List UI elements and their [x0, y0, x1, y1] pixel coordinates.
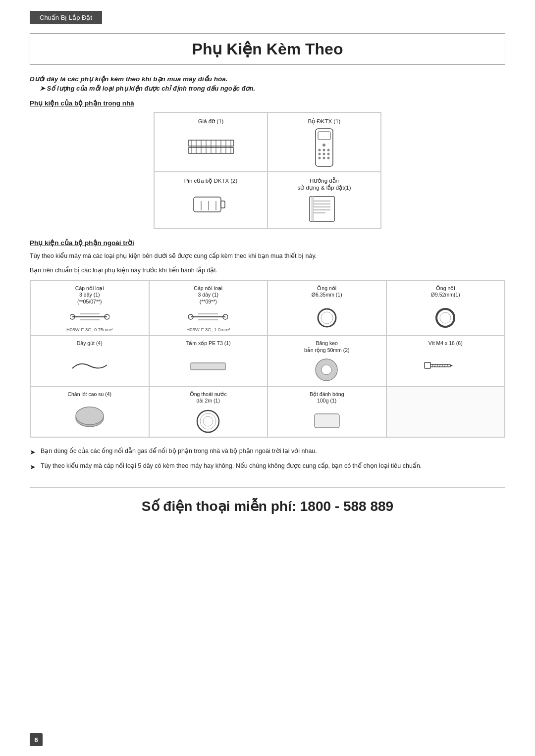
outdoor-label-9: Ống thoát nướcdài 2m (1): [190, 391, 227, 404]
outdoor-item-2: Ống nốiØ6.35mm (1): [268, 281, 386, 336]
indoor-image-1: [311, 128, 338, 167]
page-container: Chuẩn Bị Lắp Đặt Phụ Kiện Kèm Theo Dưới …: [0, 0, 535, 756]
page-number: 6: [30, 733, 43, 746]
outdoor-label-5: Tấm xốp PE T3 (1): [186, 340, 231, 347]
svg-point-66: [200, 413, 216, 429]
indoor-label-0: Giá đỡ (1): [198, 118, 224, 125]
svg-rect-23: [194, 197, 221, 212]
outdoor-desc2: Bạn nên chuẩn bị các loại phụ kiện này t…: [30, 266, 505, 275]
svg-point-21: [323, 157, 325, 159]
svg-point-17: [319, 153, 321, 155]
svg-point-45: [318, 309, 336, 327]
breadcrumb: Chuẩn Bị Lắp Đặt: [30, 11, 102, 24]
svg-point-51: [321, 365, 331, 375]
outdoor-grid: Cáp nối loại3 dây (1)(**05/07**) H05W-F …: [30, 280, 505, 438]
svg-rect-34: [312, 197, 314, 221]
indoor-item-2: Pin của bộ ĐKTX (2): [154, 172, 268, 228]
arrow-icon-0: ➤: [30, 447, 36, 457]
indoor-label-1: Bộ ĐKTX (1): [308, 118, 341, 125]
outdoor-item-6: Băng keobản rộng 50mm (2): [268, 336, 386, 386]
content-area: Dưới đây là các phụ kiện kèm theo khi bạ…: [30, 65, 505, 472]
outdoor-label-6: Băng keobản rộng 50mm (2): [304, 340, 350, 353]
outdoor-image-0: [70, 307, 109, 327]
outdoor-image-10: [310, 406, 344, 434]
svg-point-16: [327, 149, 330, 151]
outdoor-item-1: Cáp nối loại3 dây (1)(**09**) H05W-F 3G,…: [149, 281, 268, 336]
svg-point-67: [203, 416, 213, 426]
phone-number: Số điện thoại miễn phí: 1800 - 588 889: [142, 499, 393, 514]
footer-note-text-1: Tùy theo kiểu máy mà cáp nối loại 5 dây …: [41, 461, 422, 471]
outdoor-item-0: Cáp nối loại3 dây (1)(**05/07**) H05W-F …: [30, 281, 149, 336]
footer-note-0: ➤ Bạn dùng ốc của các ống nối dẫn gas để…: [30, 447, 505, 457]
outdoor-item-5: Tấm xốp PE T3 (1): [149, 336, 268, 386]
outdoor-image-1: [188, 307, 228, 327]
footer-notes: ➤ Bạn dùng ốc của các ống nối dẫn gas để…: [30, 447, 505, 472]
outdoor-label-4: Dây gút (4): [77, 340, 103, 347]
svg-point-20: [319, 157, 321, 159]
svg-marker-62: [450, 364, 453, 367]
phone-section: Số điện thoại miễn phí: 1800 - 588 889: [30, 487, 505, 514]
indoor-grid: Giá đỡ (1): [154, 112, 381, 229]
outdoor-item-4: Dây gút (4): [30, 336, 149, 386]
indoor-label-3: Hướng dẫn sử dụng & lắp đặt(1): [298, 177, 351, 191]
indoor-image-3: [306, 194, 343, 224]
outdoor-image-6: [313, 356, 340, 383]
footer-note-text-0: Bạn dùng ốc của các ống nối dẫn gas để n…: [41, 447, 317, 456]
svg-point-18: [323, 153, 325, 155]
outdoor-label-0: Cáp nối loại3 dây (1)(**05/07**): [75, 285, 104, 305]
outdoor-item-8: Chân lót cao su (4): [30, 387, 149, 437]
indoor-item-0: Giá đỡ (1): [154, 112, 268, 172]
outdoor-label-2: Ống nốiØ6.35mm (1): [312, 285, 342, 299]
outdoor-image-5: [188, 349, 228, 383]
svg-rect-52: [425, 362, 430, 368]
svg-point-22: [327, 157, 330, 159]
indoor-image-2: [191, 187, 231, 224]
indoor-item-3: Hướng dẫn sử dụng & lắp đặt(1): [268, 172, 381, 228]
outdoor-sublabel-0: H05W-F 3G, 0.75mm²: [66, 327, 112, 332]
footer-note-1: ➤ Tùy theo kiểu máy mà cáp nối loại 5 dâ…: [30, 461, 505, 472]
svg-point-46: [321, 312, 333, 324]
outdoor-image-8: [72, 400, 107, 434]
indoor-image-0: [186, 128, 236, 167]
outdoor-item-9: Ống thoát nướcdài 2m (1): [149, 387, 268, 437]
svg-point-19: [327, 153, 330, 155]
outdoor-image-3: [430, 301, 460, 333]
svg-rect-12: [318, 132, 330, 140]
outdoor-image-7: [423, 349, 468, 383]
intro-line2: ➤ Số lượng của mỗi loại phụ kiện được ch…: [40, 85, 505, 92]
outdoor-label-3: Ống nốiØ9.52mm(1): [431, 285, 460, 299]
svg-rect-68: [315, 414, 339, 428]
arrow-icon-1: ➤: [30, 462, 36, 472]
svg-rect-49: [191, 363, 225, 370]
intro-line1: Dưới đây là các phụ kiện kèm theo khi bạ…: [30, 75, 505, 83]
outdoor-image-9: [193, 406, 223, 434]
page-title: Phụ Kiện Kèm Theo: [30, 33, 505, 65]
svg-point-14: [319, 149, 321, 151]
outdoor-desc1: Tùy theo kiểu máy mà các loại phụ kiện b…: [30, 252, 505, 261]
outdoor-section-title: Phụ kiện của bộ phận ngoài trời: [30, 239, 505, 247]
indoor-section-title: Phụ kiện của bộ phận trong nhà: [30, 99, 505, 107]
outdoor-item-empty: [386, 387, 505, 437]
indoor-item-1: Bộ ĐKTX (1): [268, 112, 381, 172]
svg-point-15: [323, 149, 325, 151]
outdoor-image-2: [312, 301, 342, 333]
svg-point-48: [440, 312, 451, 323]
svg-point-47: [436, 309, 454, 327]
outdoor-sublabel-1: H05W-F 3G, 1.0mm²: [186, 327, 230, 332]
outdoor-label-7: Vít M4 x 16 (6): [428, 340, 463, 347]
outdoor-label-1: Cáp nối loại3 dây (1)(**09**): [194, 285, 222, 305]
outdoor-label-10: Bột đánh bóng100g (1): [310, 391, 344, 404]
outdoor-item-3: Ống nốiØ9.52mm(1): [386, 281, 505, 336]
outdoor-label-8: Chân lót cao su (4): [67, 391, 111, 398]
outdoor-item-7: Vít M4 x 16 (6): [386, 336, 505, 386]
svg-rect-24: [221, 201, 225, 208]
svg-point-13: [322, 144, 325, 147]
outdoor-image-4: [70, 349, 109, 383]
indoor-label-2: Pin của bộ ĐKTX (2): [184, 177, 238, 184]
outdoor-item-10: Bột đánh bóng100g (1): [268, 387, 386, 437]
svg-point-64: [76, 407, 104, 425]
svg-point-65: [197, 410, 219, 432]
